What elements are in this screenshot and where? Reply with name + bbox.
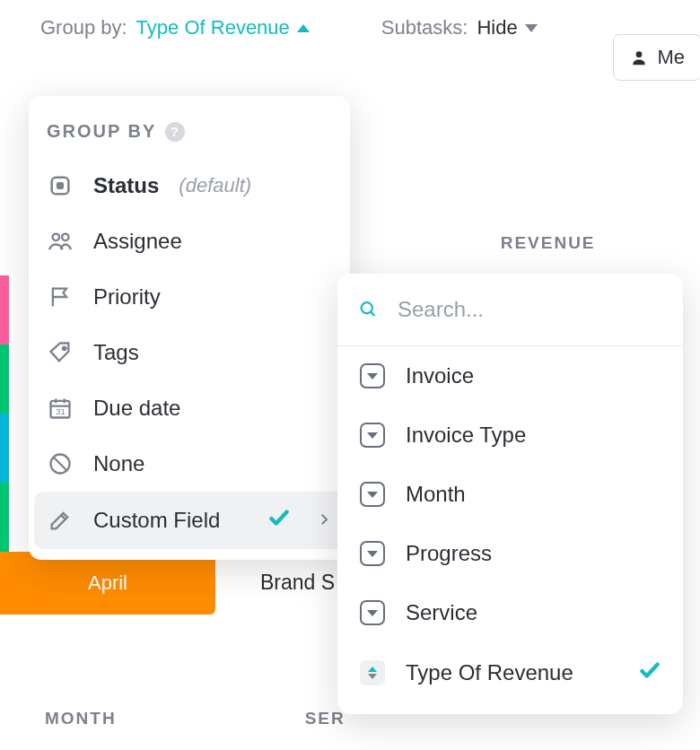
footer-service: SER bbox=[305, 709, 346, 728]
dropdown-icon bbox=[359, 540, 386, 567]
field-month-label: Month bbox=[406, 482, 466, 507]
field-type-of-revenue[interactable]: Type Of Revenue bbox=[337, 642, 683, 703]
field-service[interactable]: Service bbox=[337, 583, 683, 642]
groupby-value-text: Type Of Revenue bbox=[136, 16, 290, 39]
april-text: April bbox=[88, 571, 127, 595]
tags-icon bbox=[47, 339, 74, 366]
check-icon bbox=[638, 658, 661, 687]
field-service-label: Service bbox=[406, 600, 477, 625]
status-label: Status bbox=[93, 173, 159, 198]
groupby-popup-header: GROUP BY ? bbox=[29, 121, 350, 158]
col-header-revenue: REVENUE bbox=[501, 233, 596, 253]
svg-rect-2 bbox=[57, 182, 64, 189]
assignee-label: Assignee bbox=[93, 229, 182, 254]
search-input[interactable] bbox=[398, 297, 661, 322]
groupby-popup-title: GROUP BY bbox=[47, 121, 156, 142]
me-label: Me bbox=[657, 46, 685, 69]
subtasks-value: Hide bbox=[477, 16, 537, 39]
groupby-option-assignee[interactable]: Assignee bbox=[29, 214, 350, 269]
subtasks-value-text: Hide bbox=[477, 16, 517, 39]
dropdown-icon bbox=[359, 362, 386, 389]
tags-label: Tags bbox=[93, 340, 139, 365]
caret-up-icon bbox=[297, 24, 310, 32]
groupby-value: Type Of Revenue bbox=[136, 16, 310, 39]
customfields-popup: Invoice Invoice Type Month Progress Serv… bbox=[337, 274, 683, 714]
color-strips bbox=[0, 275, 9, 552]
priority-label: Priority bbox=[93, 284, 161, 310]
dropdown-icon bbox=[359, 481, 386, 508]
caret-down-icon bbox=[525, 24, 538, 32]
field-progress[interactable]: Progress bbox=[337, 524, 683, 583]
none-label: None bbox=[93, 451, 144, 476]
strip-green bbox=[0, 344, 9, 414]
svg-point-4 bbox=[62, 234, 68, 240]
strip-pink bbox=[0, 275, 9, 344]
brand-text: Brand S bbox=[260, 571, 335, 595]
duedate-label: Due date bbox=[93, 396, 180, 421]
chevron-right-icon bbox=[316, 508, 332, 533]
customfield-icon bbox=[47, 507, 74, 534]
svg-point-9 bbox=[362, 302, 372, 313]
check-icon bbox=[267, 506, 291, 535]
svg-text:31: 31 bbox=[56, 407, 65, 416]
footer-headers: MONTH SER bbox=[45, 709, 346, 728]
sort-icon bbox=[359, 659, 386, 686]
filter-toolbar: Group by: Type Of Revenue Subtasks: Hide bbox=[0, 0, 700, 56]
dropdown-icon bbox=[359, 599, 386, 626]
groupby-option-customfield[interactable]: Custom Field bbox=[34, 492, 345, 549]
field-invoice[interactable]: Invoice bbox=[337, 346, 683, 406]
groupby-option-none[interactable]: None bbox=[29, 436, 350, 492]
footer-month: MONTH bbox=[45, 709, 117, 728]
svg-point-0 bbox=[636, 51, 643, 57]
none-icon bbox=[47, 450, 74, 477]
field-invoice-type-label: Invoice Type bbox=[406, 423, 526, 448]
strip-green2 bbox=[0, 483, 9, 552]
dropdown-icon bbox=[359, 422, 386, 449]
svg-line-10 bbox=[371, 312, 374, 316]
search-icon bbox=[359, 299, 378, 320]
groupby-option-priority[interactable]: Priority bbox=[29, 269, 350, 325]
search-row bbox=[337, 274, 683, 346]
month-april-block[interactable]: April bbox=[0, 552, 215, 615]
strip-cyan bbox=[0, 414, 9, 483]
field-invoice-type[interactable]: Invoice Type bbox=[337, 406, 683, 465]
field-month[interactable]: Month bbox=[337, 465, 683, 524]
field-invoice-label: Invoice bbox=[406, 363, 474, 388]
calendar-icon: 31 bbox=[47, 395, 74, 422]
subtasks-dropdown[interactable]: Subtasks: Hide bbox=[381, 16, 538, 39]
svg-point-3 bbox=[53, 234, 59, 240]
groupby-dropdown[interactable]: Group by: Type Of Revenue bbox=[40, 16, 310, 39]
subtasks-label: Subtasks: bbox=[381, 16, 468, 39]
status-default-note: (default) bbox=[179, 174, 251, 197]
svg-point-5 bbox=[63, 347, 66, 351]
priority-icon bbox=[47, 283, 74, 310]
groupby-popup: GROUP BY ? Status (default) Assignee Pri… bbox=[29, 96, 350, 560]
customfield-label: Custom Field bbox=[93, 508, 220, 533]
field-progress-label: Progress bbox=[406, 541, 492, 566]
field-type-of-revenue-label: Type Of Revenue bbox=[406, 660, 573, 685]
me-button[interactable]: Me bbox=[613, 34, 700, 81]
groupby-option-tags[interactable]: Tags bbox=[29, 325, 350, 380]
groupby-label: Group by: bbox=[40, 16, 127, 39]
groupby-option-status[interactable]: Status (default) bbox=[29, 158, 350, 214]
assignee-icon bbox=[47, 228, 74, 255]
status-icon bbox=[47, 172, 74, 199]
groupby-option-duedate[interactable]: 31 Due date bbox=[29, 380, 350, 436]
help-icon[interactable]: ? bbox=[165, 122, 185, 142]
person-icon bbox=[630, 48, 648, 66]
